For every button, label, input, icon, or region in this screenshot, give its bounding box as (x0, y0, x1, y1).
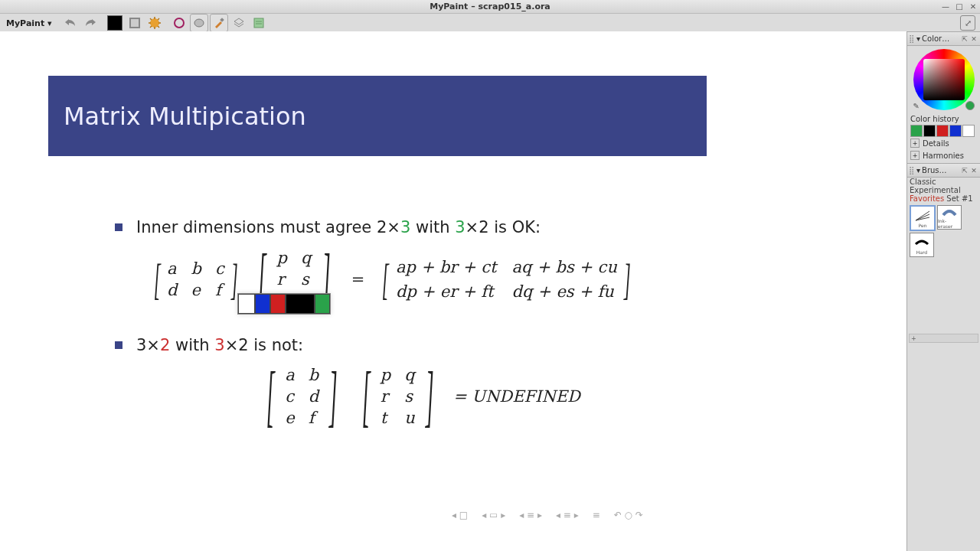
color-history (910, 125, 977, 137)
popup-swatch-green[interactable] (315, 294, 330, 314)
color-panel-header[interactable]: ⣿ ▾ Color… ⇱ ✕ (907, 31, 980, 46)
color-panel-title: Color… (922, 34, 960, 43)
brush-group-favorites[interactable]: Favorites (910, 194, 944, 203)
panel-close-icon[interactable]: ✕ (969, 35, 978, 43)
app-menu[interactable]: MyPaint ▾ (3, 17, 55, 30)
eyedropper-icon[interactable]: ✎ (913, 102, 920, 110)
undefined-label: = UNDEFINED (453, 387, 580, 406)
recenter-button[interactable]: ⤢ (960, 15, 975, 31)
nav-prev-section-icon[interactable]: ◂ ▭ ▸ (482, 510, 505, 520)
svg-point-12 (194, 19, 204, 27)
window-title: MyPaint – scrap015_a.ora (0, 2, 980, 11)
brush-panel-title: Brus… (922, 166, 960, 174)
color-history-label: Color history (910, 115, 977, 123)
bullet-icon (115, 223, 122, 231)
bullet-icon (115, 341, 122, 349)
svg-rect-13 (220, 18, 224, 22)
history-swatch[interactable] (949, 125, 962, 137)
window-titlebar: MyPaint – scrap015_a.ora — □ ✕ (0, 0, 980, 14)
brush-group-classic[interactable]: Classic (910, 178, 978, 186)
color-wheel[interactable]: ✎ (907, 46, 980, 113)
svg-rect-14 (254, 18, 263, 28)
panel-add-button[interactable]: + (909, 334, 978, 343)
panel-grip-icon[interactable]: ⣿ (909, 34, 916, 43)
color-picker-button[interactable] (126, 14, 144, 32)
bullet2-text: 3×2 with 3×2 is not: (136, 333, 303, 359)
current-color-sample (965, 101, 975, 110)
scratchpad-button[interactable] (250, 14, 268, 32)
nav-next-icon[interactable]: ◂ ≡ ▸ (556, 510, 579, 520)
popup-swatch-blue[interactable] (255, 294, 270, 314)
brush-settings-button[interactable] (145, 14, 164, 32)
brush-panel-header[interactable]: ⣿ ▾ Brus… ⇱ ✕ (907, 163, 980, 178)
slide-nav-icons: ◂ □ ◂ ▭ ▸ ◂ ≡ ▸ ◂ ≡ ▸ ≡ ↶ ○ ↷ (452, 510, 643, 520)
details-link[interactable]: Details (923, 139, 949, 148)
canvas[interactable]: Matrix Multipication Inner dimensions mu… (0, 31, 906, 551)
redo-button[interactable] (81, 14, 100, 32)
main-toolbar: MyPaint ▾ ⤢ (0, 14, 980, 33)
ellipse-tool[interactable] (190, 14, 208, 32)
panel-close-icon[interactable]: ✕ (969, 167, 978, 174)
popup-swatch-black[interactable] (286, 294, 315, 314)
layer-tool[interactable] (230, 14, 248, 32)
window-maximize-button[interactable]: □ (954, 1, 965, 11)
expand-icon[interactable]: + (910, 139, 920, 148)
brush-hard[interactable]: Hard (910, 233, 934, 257)
svg-rect-1 (131, 19, 139, 27)
svg-line-8 (158, 26, 159, 28)
nav-first-icon[interactable]: ◂ □ (452, 510, 468, 520)
side-panels: ⣿ ▾ Color… ⇱ ✕ ✎ Color history +Deta (906, 31, 980, 551)
slide-content: Inner dimensions must agree 2×3 with 3×2… (115, 215, 662, 445)
equation-2: [ ab cd ef ] [ pq rs tu ] = UNDEFINED (115, 366, 662, 427)
panel-menu-icon[interactable]: ▾ (916, 166, 920, 174)
history-swatch[interactable] (936, 125, 949, 137)
brush-group-set1[interactable]: Set #1 (946, 194, 972, 203)
history-swatch[interactable] (923, 125, 936, 137)
window-close-button[interactable]: ✕ (968, 1, 978, 11)
expand-icon[interactable]: + (910, 151, 920, 160)
bullet1-text: Inner dimensions must agree 2×3 with 3×2… (136, 215, 541, 241)
window-minimize-button[interactable]: — (940, 1, 951, 11)
svg-point-11 (175, 18, 184, 28)
brush-groups: Classic Experimental Favorites Set #1 (907, 178, 980, 203)
svg-line-7 (150, 18, 152, 20)
history-swatch[interactable] (910, 125, 923, 137)
brush-tool[interactable] (210, 14, 228, 32)
svg-line-10 (150, 26, 152, 28)
harmonies-link[interactable]: Harmonies (923, 152, 964, 160)
panel-menu-icon[interactable]: ▾ (916, 34, 920, 43)
svg-line-9 (158, 18, 159, 20)
panel-grip-icon[interactable]: ⣿ (909, 166, 916, 174)
brush-list: Pen Ink-eraser Hard (907, 203, 980, 259)
popup-swatch-white[interactable] (238, 294, 255, 314)
brush-group-experimental[interactable]: Experimental (910, 186, 978, 194)
panel-detach-icon[interactable]: ⇱ (960, 35, 969, 43)
popup-swatch-red[interactable] (270, 294, 286, 314)
color-quickpick-popup[interactable] (237, 293, 331, 315)
slide-header: Matrix Multipication (48, 76, 707, 156)
color-circle-tool[interactable] (170, 14, 188, 32)
brush-ink-eraser[interactable]: Ink-eraser (937, 205, 962, 230)
panel-detach-icon[interactable]: ⇱ (960, 167, 969, 174)
slide-title: Matrix Multipication (64, 102, 306, 131)
history-swatch[interactable] (962, 125, 975, 137)
current-color-swatch[interactable] (106, 14, 124, 32)
undo-button[interactable] (61, 14, 80, 32)
nav-undo-icon[interactable]: ↶ ○ ↷ (614, 510, 643, 520)
brush-pen[interactable]: Pen (910, 205, 936, 231)
nav-prev-icon[interactable]: ◂ ≡ ▸ (519, 510, 542, 520)
nav-current-icon[interactable]: ≡ (593, 510, 600, 520)
equation-1: [ abc def ] [ pq rs tu ] = [ ap + br + c… (122, 249, 662, 310)
